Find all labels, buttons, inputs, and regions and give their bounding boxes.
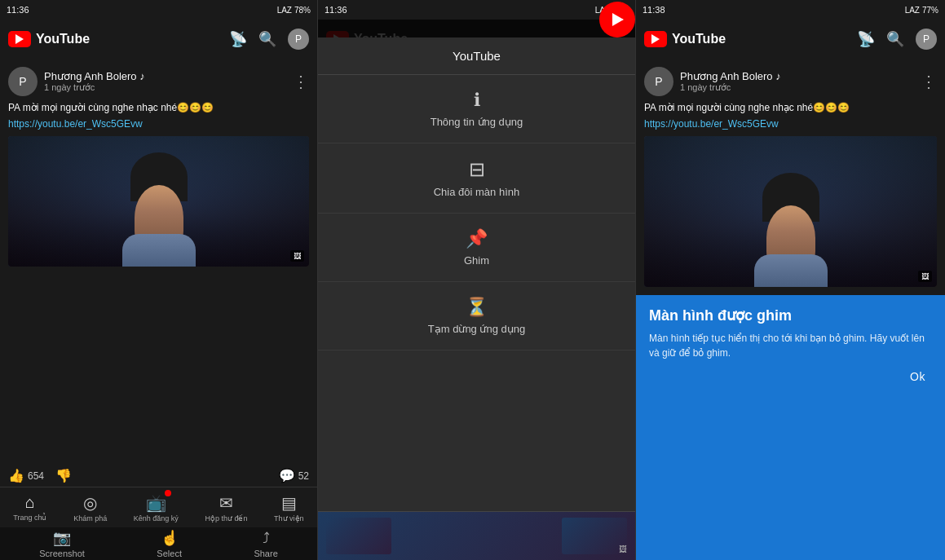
pin-ok-button[interactable]: Ok — [903, 367, 932, 386]
nav-explore-label-1: Khám phá — [73, 514, 107, 523]
select-btn-1[interactable]: ☝ Select — [157, 529, 182, 558]
search-icon-3[interactable]: 🔍 — [886, 30, 904, 48]
panel-2: 11:36 LAZ 78% YouTube YouTube ℹ Thông ti… — [318, 0, 636, 560]
select-icon-1: ☝ — [161, 529, 179, 547]
avatar-1[interactable]: P — [288, 29, 309, 50]
bottom-nav-1: ⌂ Trang chủ ◎ Khám phá 📺 Kênh đăng ký ✉ … — [0, 487, 317, 527]
explore-icon-1: ◎ — [83, 493, 97, 513]
post-text-3: PA mời mọi người cùng nghe nhạc nhé😊😊😊 — [644, 101, 937, 115]
nav-subscriptions-1[interactable]: 📺 Kênh đăng ký — [134, 493, 179, 523]
video-thumbnail-3[interactable]: 🖼 — [644, 136, 937, 287]
preview-thumb-2 — [562, 518, 627, 554]
nav-library-1[interactable]: ▤ Thư viện — [274, 493, 304, 523]
subscriptions-icon-1: 📺 — [146, 494, 166, 512]
nav-home-1[interactable]: ⌂ Trang chủ — [13, 493, 46, 522]
video-overlay-icon-3: 🖼 — [918, 271, 932, 282]
app-bar-icons-1: 📡 🔍 P — [229, 29, 309, 50]
comment-action-1[interactable]: 💬 52 — [279, 468, 309, 483]
search-icon-1[interactable]: 🔍 — [258, 30, 276, 48]
context-menu-item-info[interactable]: ℹ Thông tin ứng dụng — [318, 75, 635, 143]
pin-title: Màn hình được ghim — [649, 306, 932, 324]
yt-logo-icon-1 — [8, 31, 31, 47]
yt-fab-2[interactable] — [599, 2, 635, 37]
yt-logo-icon-3 — [644, 31, 667, 47]
post-author-1: P Phương Anh Bolero ♪ 1 ngày trước — [8, 67, 145, 96]
context-item-split-label: Chia đôi màn hình — [434, 186, 520, 198]
inbox-icon-1: ✉ — [219, 493, 233, 513]
author-name-1: Phương Anh Bolero ♪ — [44, 70, 145, 82]
share-label-1: Share — [254, 549, 277, 558]
nav-inbox-1[interactable]: ✉ Hộp thư đến — [205, 493, 247, 523]
library-icon-1: ▤ — [281, 493, 297, 513]
context-menu-item-split[interactable]: ⊟ Chia đôi màn hình — [318, 143, 635, 214]
yt-logo-text-3: YouTube — [672, 32, 726, 46]
status-bar-1: 11:36 LAZ 78% — [0, 0, 317, 20]
context-menu-item-pause[interactable]: ⏳ Tạm dừng ứng dụng — [318, 282, 635, 351]
author-info-3: Phương Anh Bolero ♪ 1 ngày trước — [680, 70, 781, 93]
video-portrait-3 — [644, 136, 937, 287]
screenshot-icon-1: 📷 — [53, 529, 71, 547]
pause-icon: ⏳ — [466, 297, 488, 318]
thumb-up-icon-1: 👍 — [8, 468, 24, 483]
author-info-1: Phương Anh Bolero ♪ 1 ngày trước — [44, 70, 145, 93]
context-item-pause-label: Tạm dừng ứng dụng — [428, 323, 525, 335]
app-bar-3: YouTube 📡 🔍 P — [636, 20, 945, 59]
context-menu-item-pin[interactable]: 📌 Ghim — [318, 214, 635, 282]
post-author-3: P Phương Anh Bolero ♪ 1 ngày trước — [644, 67, 781, 96]
post-menu-3[interactable]: ⋮ — [921, 72, 937, 91]
post-header-1: P Phương Anh Bolero ♪ 1 ngày trước ⋮ — [8, 67, 309, 96]
carrier-3: LAZ — [905, 6, 920, 15]
yt-logo-1: YouTube — [8, 31, 90, 47]
nav-home-label-1: Trang chủ — [13, 514, 46, 522]
author-avatar-1[interactable]: P — [8, 67, 38, 96]
panel-1: 11:36 LAZ 78% YouTube 📡 🔍 P P Phương Anh… — [0, 0, 318, 560]
post-card-1: P Phương Anh Bolero ♪ 1 ngày trước ⋮ PA … — [0, 59, 317, 465]
video-thumbnail-1[interactable]: 🖼 — [8, 136, 309, 267]
like-count-1: 654 — [28, 470, 44, 482]
author-avatar-3[interactable]: P — [644, 67, 673, 96]
status-bar-3: 11:38 LAZ 77% — [636, 0, 945, 20]
dislike-action-1[interactable]: 👎 — [55, 468, 72, 483]
nav-inbox-label-1: Hộp thư đến — [205, 514, 247, 523]
share-icon-1: ⤴ — [263, 530, 270, 547]
pin-icon: 📌 — [466, 228, 488, 249]
avatar-3[interactable]: P — [916, 29, 937, 50]
time-3: 11:38 — [643, 5, 665, 15]
screenshot-btn-1[interactable]: 📷 Screenshot — [39, 529, 85, 558]
carrier-1: LAZ — [277, 6, 292, 15]
cast-icon-3[interactable]: 📡 — [857, 30, 875, 48]
time-2: 11:36 — [325, 5, 347, 15]
panel-3: 11:38 LAZ 77% YouTube 📡 🔍 P P Phương Anh… — [636, 0, 945, 560]
post-header-3: P Phương Anh Bolero ♪ 1 ngày trước ⋮ — [644, 67, 937, 96]
screenshot-label-1: Screenshot — [39, 549, 85, 558]
post-menu-1[interactable]: ⋮ — [293, 72, 309, 91]
post-link-3[interactable]: https://youtu.be/er_Wsc5GEvw — [644, 118, 937, 130]
subscriptions-badge-1: 📺 — [146, 493, 166, 513]
comment-icon-1: 💬 — [279, 468, 295, 483]
context-menu-overlay: YouTube ℹ Thông tin ứng dụng ⊟ Chia đôi … — [318, 20, 635, 560]
pin-banner: Màn hình được ghim Màn hình tiếp tục hiể… — [636, 295, 945, 560]
split-screen-icon: ⊟ — [469, 158, 485, 181]
author-sub-1: 1 ngày trước — [44, 82, 145, 93]
nav-explore-1[interactable]: ◎ Khám phá — [73, 493, 107, 523]
author-sub-3: 1 ngày trước — [680, 82, 781, 93]
like-action-1[interactable]: 👍 654 — [8, 468, 44, 483]
select-label-1: Select — [157, 549, 182, 558]
video-overlay-icon-1: 🖼 — [290, 250, 304, 262]
author-name-3: Phương Anh Bolero ♪ — [680, 70, 781, 82]
cast-icon-1[interactable]: 📡 — [229, 30, 247, 48]
sys-nav-1: 📷 Screenshot ☝ Select ⤴ Share — [0, 527, 317, 560]
action-left-1: 👍 654 👎 — [8, 468, 72, 483]
app-bar-icons-3: 📡 🔍 P — [857, 29, 937, 50]
yt-logo-3: YouTube — [644, 31, 726, 47]
battery-1: 78% — [294, 6, 311, 15]
info-icon: ℹ — [474, 90, 480, 111]
pin-ok-row: Ok — [649, 360, 932, 386]
time-1: 11:36 — [7, 5, 29, 15]
post-card-3: P Phương Anh Bolero ♪ 1 ngày trước ⋮ PA … — [636, 59, 945, 295]
home-icon-1: ⌂ — [25, 493, 35, 512]
comment-count-1: 52 — [298, 470, 309, 482]
pin-desc: Màn hình tiếp tục hiển thị cho tới khi b… — [649, 331, 932, 360]
share-btn-1[interactable]: ⤴ Share — [254, 530, 277, 558]
post-link-1[interactable]: https://youtu.be/er_Wsc5GEvw — [8, 118, 309, 130]
